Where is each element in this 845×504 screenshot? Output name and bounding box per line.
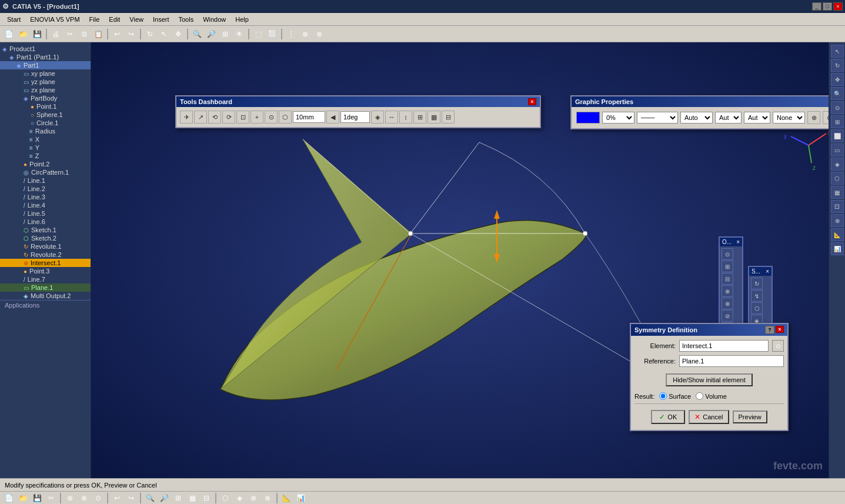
tree-item-partbody[interactable]: ◈ PartBody [0, 94, 91, 102]
menu-window[interactable]: Window [198, 15, 231, 24]
sp-o-btn5[interactable]: ⊗ [722, 298, 733, 309]
btb-14[interactable]: ⊟ [200, 492, 213, 505]
small-panel-o-close[interactable]: × [736, 239, 740, 245]
btb-11[interactable]: 🔎 [158, 492, 171, 505]
btb-17[interactable]: ⊕ [247, 492, 260, 505]
tb-undo[interactable]: ↩ [111, 28, 123, 41]
btb-18[interactable]: ⊗ [261, 492, 274, 505]
menu-enovia[interactable]: ENOVIA V5 VPM [25, 15, 84, 24]
btb-3[interactable]: 💾 [31, 492, 44, 505]
btb-5[interactable]: ⊕ [64, 492, 76, 505]
rt-rotate[interactable]: ↻ [831, 59, 844, 72]
tb-zoom-out[interactable]: 🔎 [205, 28, 218, 41]
rt-pan[interactable]: ✥ [831, 73, 844, 86]
line-style-select[interactable]: ─── [637, 112, 678, 124]
td-btn-11[interactable]: ↔ [385, 111, 398, 124]
symmetry-definition-title[interactable]: Symmetry Definition ? × [631, 324, 787, 336]
tree-item-point1[interactable]: ● Point.1 [0, 102, 91, 111]
sp-o-btn1[interactable]: ⊙ [722, 248, 733, 260]
menu-tools[interactable]: Tools [173, 15, 198, 24]
tree-item-revolute2[interactable]: ↻ Revolute.2 [0, 251, 91, 259]
btb-7[interactable]: ⊙ [92, 492, 105, 505]
surface-radio-label[interactable]: Surface [659, 392, 691, 400]
tree-item-line2[interactable]: / Line.2 [0, 185, 91, 193]
td-btn-15[interactable]: ⊟ [442, 111, 455, 124]
sym-help[interactable]: ? [765, 326, 774, 334]
btb-9[interactable]: ↪ [125, 492, 138, 505]
sp-o-btn4[interactable]: ⊕ [722, 285, 733, 297]
auto-select1[interactable]: Auto [680, 112, 713, 124]
sym-close[interactable]: × [776, 326, 784, 333]
rt-shading[interactable]: ◈ [831, 158, 844, 171]
tree-item-xy[interactable]: ▭ xy plane [0, 69, 91, 78]
tb-paste[interactable]: 📋 [92, 28, 105, 41]
minimize-btn[interactable]: _ [812, 2, 821, 11]
tree-item-line4[interactable]: / Line.4 [0, 201, 91, 209]
td-btn-1[interactable]: ✈ [180, 111, 193, 124]
tree-item-circpattern[interactable]: ◎ CircPattern.1 [0, 168, 91, 176]
rt-view1[interactable]: ⬜ [831, 129, 844, 142]
close-btn[interactable]: × [833, 2, 843, 11]
btb-1[interactable]: 📄 [2, 492, 15, 505]
applications-tab[interactable]: Applications [0, 300, 91, 310]
tree-item-product1[interactable]: ◈ Product1 [0, 45, 91, 53]
btb-12[interactable]: ⊞ [172, 492, 185, 505]
sp-o-btn6[interactable]: ⊘ [722, 310, 733, 322]
small-panel-s-close[interactable]: × [766, 268, 769, 275]
tb-redo[interactable]: ↪ [125, 28, 138, 41]
tb-view[interactable]: 👁 [233, 28, 246, 41]
tools-dashboard-close[interactable]: × [528, 98, 536, 105]
rt-fit[interactable]: ⊞ [831, 115, 844, 128]
menu-edit[interactable]: Edit [104, 15, 125, 24]
tb-cut[interactable]: ✂ [64, 28, 76, 41]
tb-extra1[interactable]: ⋮ [285, 28, 298, 41]
tree-item-z[interactable]: ≡ Z [0, 152, 91, 160]
color-picker[interactable] [576, 112, 600, 124]
tb-zoom-in[interactable]: 🔍 [191, 28, 203, 41]
menu-help[interactable]: Help [231, 15, 253, 24]
gp-btn-2[interactable]: ⊗ [823, 111, 829, 124]
sp-s-btn3[interactable]: ⬡ [751, 302, 763, 314]
btb-6[interactable]: ⊗ [78, 492, 91, 505]
tree-item-revolute1[interactable]: ↻ Revolute.1 [0, 242, 91, 251]
td-btn-13[interactable]: ⊞ [413, 111, 426, 124]
btb-4[interactable]: ✂ [45, 492, 58, 505]
td-btn-7[interactable]: ⊙ [265, 111, 278, 124]
rt-measure[interactable]: 📐 [831, 228, 844, 241]
btb-10[interactable]: 🔍 [143, 492, 156, 505]
tree-item-line3[interactable]: / Line.3 [0, 193, 91, 201]
volume-radio[interactable] [696, 392, 703, 400]
tree-item-y[interactable]: ≡ Y [0, 143, 91, 152]
td-btn-2[interactable]: ↗ [194, 111, 207, 124]
rt-view2[interactable]: ▭ [831, 143, 844, 156]
gp-btn-1[interactable]: ⊕ [807, 111, 820, 124]
tree-item-line5[interactable]: / Line.5 [0, 209, 91, 218]
sym-controls[interactable]: ? × [765, 326, 784, 334]
td-btn-8[interactable]: ⬡ [279, 111, 292, 124]
menu-start[interactable]: Start [2, 15, 25, 24]
sp-o-btn2[interactable]: ⊞ [722, 261, 733, 272]
rt-hide[interactable]: ⚀ [831, 200, 844, 213]
opacity-select[interactable]: 0% [602, 112, 634, 124]
surface-radio[interactable] [659, 392, 667, 400]
tb-select[interactable]: ↖ [158, 28, 171, 41]
rt-snap[interactable]: ⊕ [831, 214, 844, 227]
tree-item-multioutput[interactable]: ◈ Multi Output.2 [0, 292, 91, 300]
btb-2[interactable]: 📁 [16, 492, 29, 505]
td-btn-5[interactable]: ⊡ [236, 111, 249, 124]
btb-16[interactable]: ◈ [233, 492, 246, 505]
sp-s-btn1[interactable]: ↻ [751, 278, 763, 289]
element-picker[interactable]: ⊙ [772, 340, 784, 352]
aut-select1[interactable]: Aut [715, 112, 742, 124]
reference-input[interactable] [679, 355, 784, 367]
rt-render[interactable]: ▦ [831, 186, 844, 199]
cancel-button[interactable]: ✕ Cancel [689, 410, 729, 424]
rt-wire[interactable]: ⬡ [831, 172, 844, 185]
td-btn-3[interactable]: ⟲ [208, 111, 221, 124]
td-btn-10[interactable]: ◈ [371, 111, 384, 124]
tree-item-zx[interactable]: ▭ zx plane [0, 86, 91, 94]
tb-show[interactable]: ⬜ [266, 28, 279, 41]
rt-analyze[interactable]: 📊 [831, 242, 844, 255]
td-btn-4[interactable]: ⟳ [222, 111, 235, 124]
menu-file[interactable]: File [85, 15, 105, 24]
